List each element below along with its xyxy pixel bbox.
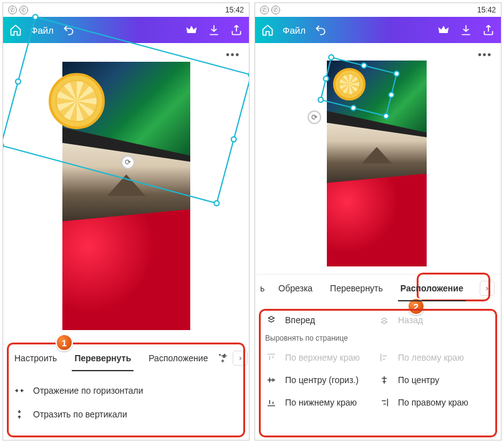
home-icon[interactable] <box>261 24 274 36</box>
status-bar: ✆✆ 15:42 <box>255 3 501 17</box>
position-panel: Вперед Назад Выровнять по странице По ве… <box>255 301 501 421</box>
share-icon[interactable] <box>230 24 243 36</box>
status-icons-left: ✆✆ <box>8 6 28 14</box>
undo-icon[interactable] <box>314 24 327 36</box>
option-label: Вперед <box>285 315 315 325</box>
share-icon[interactable] <box>482 24 495 36</box>
align-bottom-icon <box>265 397 278 407</box>
option-send-backward: Назад <box>378 309 491 331</box>
option-label: Назад <box>398 315 423 325</box>
crown-icon[interactable] <box>185 24 198 36</box>
option-align-left: По левому краю <box>378 346 491 369</box>
flip-panel: Отражение по горизонтали Отразить по вер… <box>3 371 249 434</box>
status-bar: ✆✆ 15:42 <box>3 3 249 17</box>
home-icon[interactable] <box>9 24 22 36</box>
option-label: По нижнему краю <box>285 397 357 407</box>
option-label: По правому краю <box>398 397 468 407</box>
canvas-area[interactable]: ••• ⟳ <box>255 43 501 274</box>
align-left-icon <box>378 353 390 363</box>
option-label: По левому краю <box>398 353 464 363</box>
resize-handle[interactable] <box>230 135 238 143</box>
option-flip-horizontal[interactable]: Отражение по горизонтали <box>13 379 239 402</box>
status-icons-left: ✆✆ <box>260 6 280 14</box>
backward-icon <box>378 315 390 325</box>
canvas-area[interactable]: ••• ⟳ <box>3 43 249 344</box>
top-bar: Файл <box>255 17 501 43</box>
align-section-label: Выровнять по странице <box>265 331 491 346</box>
forward-icon <box>265 315 278 325</box>
flip-h-icon <box>13 385 26 396</box>
align-right-icon <box>378 397 390 407</box>
status-time: 15:42 <box>477 6 496 14</box>
tab-position[interactable]: Расположение <box>392 275 472 301</box>
tab-crop[interactable]: Обрезка <box>269 275 321 301</box>
raspberry-photo <box>62 210 190 331</box>
resize-handle[interactable] <box>317 96 324 104</box>
tab-flip[interactable]: Перевернуть <box>65 344 140 371</box>
phone-left: ✆✆ 15:42 Файл ••• <box>2 2 250 441</box>
resize-handle[interactable] <box>247 71 250 79</box>
align-center-icon <box>378 375 390 385</box>
tab-position[interactable]: Расположение <box>140 344 216 371</box>
raspberry-photo <box>327 174 427 267</box>
option-bring-forward[interactable]: Вперед <box>265 309 378 331</box>
option-align-center-h[interactable]: По центру (гориз.) <box>265 369 378 391</box>
resize-handle[interactable] <box>327 54 335 61</box>
crown-icon[interactable] <box>437 24 450 36</box>
rotate-handle[interactable]: ⟳ <box>121 155 135 169</box>
option-align-right[interactable]: По правому краю <box>378 391 491 414</box>
option-flip-vertical[interactable]: Отразить по вертикали <box>13 402 239 426</box>
option-label: По центру (гориз.) <box>285 375 359 385</box>
resize-handle[interactable] <box>14 77 22 85</box>
chevron-right-icon[interactable]: › <box>480 281 495 296</box>
tab-adjust[interactable]: Настроить <box>6 344 65 371</box>
option-align-top: По верхнему краю <box>265 346 378 369</box>
align-top-icon <box>265 353 278 363</box>
magic-icon[interactable] <box>216 352 229 364</box>
resize-handle[interactable] <box>213 200 220 207</box>
design-canvas[interactable] <box>327 61 427 266</box>
flip-v-icon <box>13 409 26 420</box>
selection-box[interactable] <box>2 16 250 204</box>
tab-flip[interactable]: Перевернуть <box>321 275 392 301</box>
align-center-h-icon <box>265 375 278 385</box>
option-label: Отражение по горизонтали <box>33 386 143 396</box>
tab-strip: ь Обрезка Перевернуть Расположение › <box>255 274 501 301</box>
option-align-center[interactable]: По центру <box>378 369 491 391</box>
more-icon[interactable]: ••• <box>226 49 240 61</box>
resize-handle[interactable] <box>322 75 330 82</box>
download-icon[interactable] <box>460 24 472 36</box>
chevron-right-icon[interactable]: › <box>233 351 248 366</box>
rotate-handle[interactable]: ⟳ <box>308 110 321 124</box>
tab-strip: Настроить Перевернуть Расположение › <box>3 344 249 371</box>
resize-handle[interactable] <box>2 142 5 149</box>
file-menu[interactable]: Файл <box>283 25 306 36</box>
design-canvas[interactable]: ⟳ <box>62 62 190 330</box>
option-align-bottom[interactable]: По нижнему краю <box>265 391 378 414</box>
phone-right: ✆✆ 15:42 Файл ••• <box>254 2 502 441</box>
more-icon[interactable]: ••• <box>478 49 492 61</box>
tab-cut-partial[interactable]: ь <box>258 275 269 301</box>
option-label: Отразить по вертикали <box>33 409 127 419</box>
option-label: По центру <box>398 375 439 385</box>
status-time: 15:42 <box>225 6 244 14</box>
download-icon[interactable] <box>208 24 220 36</box>
option-label: По верхнему краю <box>285 353 360 363</box>
